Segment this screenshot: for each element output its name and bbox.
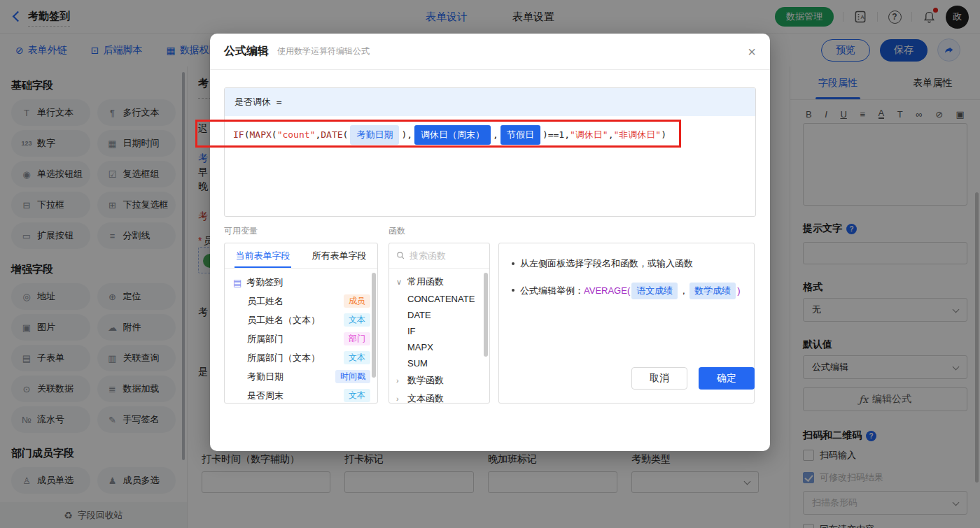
tab-all-form-fields[interactable]: 所有表单字段 [301,243,377,268]
function-search [389,243,489,269]
formula-punct: ), [401,129,412,140]
variable-type-badge: 成员 [344,294,370,308]
formula-punct: )==1, [542,129,570,140]
formula-line[interactable]: IF(MAPX("count",DATE(考勤日期),调休日（周末）,节假日)=… [225,116,755,154]
variable-name: 所属部门（文本） [247,352,320,364]
variable-item[interactable]: 所属部门（文本）文本 [225,348,377,367]
formula-keyword: DATE [321,129,342,140]
chevron-right-icon: › [396,376,403,385]
function-group[interactable]: ∨常用函数 [389,273,489,291]
functions-panel: ∨常用函数CONCATENATEDATEIFMAPXSUM›数学函数›文本函数 [388,243,490,404]
formula-string: "非调休日" [614,129,662,140]
formula-edit-modal: 公式编辑 使用数学运算符编辑公式 × 是否调休 = IF(MAPX("count… [210,34,770,451]
formula-punct: , [493,129,498,140]
variable-type-badge: 文本 [344,389,370,402]
formula-keyword: MAPX [249,129,271,140]
variable-item[interactable]: 所属部门部门 [225,329,377,348]
variable-type-badge: 时间戳 [335,370,370,383]
formula-punct: ) [661,129,666,140]
help-tip-1: 从左侧面板选择字段名和函数，或输入函数 [510,256,743,271]
variable-name: 考勤日期 [247,371,284,383]
variable-item[interactable]: 考勤日期时间戳 [225,367,377,386]
field-token[interactable]: 考勤日期 [350,125,399,145]
function-item[interactable]: SUM [389,355,489,371]
variables-panel: 当前表单字段 所有表单字段 ▤考勤签到员工姓名成员员工姓名（文本）文本所属部门部… [224,243,378,404]
function-item[interactable]: DATE [389,307,489,323]
functions-label: 函数 [388,225,405,237]
cancel-button[interactable]: 取消 [631,367,687,390]
variables-form-node[interactable]: ▤考勤签到 [225,273,377,292]
function-item[interactable]: CONCATENATE [389,291,489,307]
function-group[interactable]: ›数学函数 [389,371,489,390]
formula-string: "count" [277,129,316,140]
chevron-down-icon: ∨ [396,278,403,287]
formula-string: "调休日" [570,129,608,140]
function-group-name: 常用函数 [407,276,444,288]
variable-name: 员工姓名 [247,295,284,308]
formula-punct: , [608,129,614,140]
function-group[interactable]: ›文本函数 [389,390,489,404]
formula-punct: ( [343,129,349,140]
variable-name: 是否周末 [247,390,284,402]
function-search-input[interactable] [410,250,472,261]
variables-list: ▤考勤签到员工姓名成员员工姓名（文本）文本所属部门部门所属部门（文本）文本考勤日… [225,269,377,404]
modal-body: 是否调休 = IF(MAPX("count",DATE(考勤日期),调休日（周末… [210,87,770,404]
field-token[interactable]: 调休日（周末） [414,125,491,145]
variable-item[interactable]: 员工姓名（文本）文本 [225,311,377,329]
field-token[interactable]: 节假日 [500,125,540,145]
function-group-name: 文本函数 [407,392,444,404]
variables-tabs: 当前表单字段 所有表单字段 [225,243,377,269]
variables-label: 可用变量 [224,225,388,237]
variable-type-badge: 文本 [344,351,370,364]
field-token[interactable]: 数学成绩 [690,283,736,299]
help-example-close: ) [737,285,740,296]
function-item[interactable]: MAPX [389,339,489,355]
search-icon [396,251,405,260]
variable-item[interactable]: 员工姓名成员 [225,292,377,311]
variable-name: 所属部门 [247,333,284,345]
help-example-prefix: 公式编辑举例： [520,285,584,296]
help-tip-2: 公式编辑举例：AVERAGE(语文成绩，数学成绩) [510,283,743,299]
help-example-comma: ， [679,285,688,296]
modal-header: 公式编辑 使用数学运算符编辑公式 × [210,34,770,70]
variables-scrollbar[interactable] [372,273,376,378]
variable-item[interactable]: 是否周末文本 [225,386,377,404]
chevron-right-icon: › [396,394,403,403]
variable-type-badge: 部门 [344,332,370,345]
modal-footer: 取消 确定 [631,367,755,390]
field-token[interactable]: 语文成绩 [631,283,678,299]
variable-type-badge: 文本 [344,313,370,327]
formula-punct: ( [272,129,277,140]
function-item[interactable]: IF [389,323,489,339]
formula-target: 是否调休 = [225,88,755,116]
variable-name: 员工姓名（文本） [247,314,320,327]
help-example-function: AVERAGE( [584,285,630,296]
form-name: 考勤签到 [246,276,283,289]
functions-scrollbar[interactable] [484,273,488,357]
form-doc-icon: ▤ [233,278,241,288]
close-icon[interactable]: × [748,45,756,59]
panel-labels: 可用变量 函数 [224,225,756,237]
confirm-button[interactable]: 确定 [699,367,755,390]
formula-editor: 是否调休 = IF(MAPX("count",DATE(考勤日期),调休日（周末… [224,87,756,217]
formula-keyword: IF [233,129,244,140]
function-group-name: 数学函数 [407,374,444,387]
tab-current-form-fields[interactable]: 当前表单字段 [225,243,301,268]
modal-title: 公式编辑 [224,44,269,59]
modal-subtitle: 使用数学运算符编辑公式 [277,45,370,57]
form-designer-app: 考勤签到 表单设计 表单设置 数据管理 A ? 政 ⊘表单外链⊡后端脚本▦数据权… [0,0,980,528]
functions-list: ∨常用函数CONCATENATEDATEIFMAPXSUM›数学函数›文本函数 [389,269,489,404]
